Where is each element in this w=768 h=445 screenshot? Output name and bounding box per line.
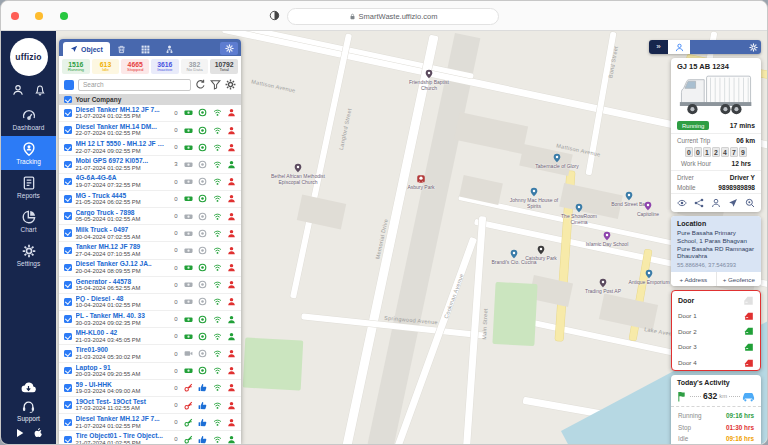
list-item[interactable]: Generator - 4457815-04-2024 06:52:55 AM0	[59, 277, 241, 294]
poi-marker-icon[interactable]	[424, 69, 434, 79]
vehicle-name[interactable]: 4G-6A-4G-6A	[76, 174, 167, 182]
stat-no-data[interactable]: 382No Data	[181, 59, 209, 74]
poi-marker-icon[interactable]	[509, 249, 519, 259]
sidebar-item-reports[interactable]: Reports	[1, 170, 56, 204]
row-checkbox[interactable]	[64, 401, 72, 409]
sidebar-item-settings[interactable]: Settings	[1, 238, 56, 272]
row-checkbox[interactable]	[64, 178, 72, 186]
vehicle-name[interactable]: Generator - 44578	[76, 278, 167, 286]
row-checkbox[interactable]	[64, 161, 72, 169]
vehicle-name[interactable]: MG - Truck 4445	[76, 192, 167, 200]
vehicle-name[interactable]: Cargo Truck - 7898	[76, 209, 167, 217]
window-minimize-button[interactable]	[35, 12, 43, 20]
stat-stopped[interactable]: 4665Stopped	[121, 59, 149, 74]
poi-marker-icon[interactable]	[602, 231, 612, 241]
list-item[interactable]: MG - Truck 444521-05-2024 06:02:55 PM0	[59, 191, 241, 208]
row-checkbox[interactable]	[64, 195, 72, 203]
row-checkbox[interactable]	[64, 315, 72, 323]
list-item[interactable]: Diesel Tanker MH.12 JF 7...21-07-2024 01…	[59, 105, 241, 122]
list-item[interactable]: Diesel Tanker MH.12 JF 7...21-07-2024 01…	[59, 414, 241, 431]
filter-icon[interactable]	[210, 79, 221, 90]
vehicle-name[interactable]: Diesel Tanker GJ.12 JA..	[76, 260, 167, 268]
vehicle-name[interactable]: Tire01-900	[76, 346, 167, 354]
apple-store-icon[interactable]	[33, 428, 43, 438]
vehicle-name[interactable]: Diesel Tanker MH.12 JF 7...	[76, 106, 167, 114]
row-checkbox[interactable]	[64, 367, 72, 375]
list-item[interactable]: Laptop - 9120-03-2024 09:20:55 AM0	[59, 363, 241, 380]
row-checkbox[interactable]	[64, 109, 72, 117]
poi-marker-icon[interactable]	[536, 245, 546, 255]
add-geofence-button[interactable]: + Geofence	[716, 272, 762, 286]
list-item[interactable]: Cargo Truck - 789805-05-2024 01:02:55 AM…	[59, 208, 241, 225]
poi-marker-icon[interactable]	[624, 191, 634, 201]
stat-idle[interactable]: 613Idle	[92, 59, 120, 74]
poi-marker-icon[interactable]	[552, 153, 562, 163]
list-item[interactable]: Milk Truck - 049730-04-2024 07:02:55 AM0	[59, 225, 241, 242]
sidebar-item-chart[interactable]: Chart	[1, 204, 56, 238]
row-checkbox[interactable]	[64, 436, 72, 444]
company-checkbox[interactable]	[64, 96, 72, 104]
google-play-icon[interactable]	[15, 428, 25, 438]
sidebar-item-support[interactable]: Support	[17, 400, 40, 422]
cloud-download-icon[interactable]	[21, 381, 36, 394]
list-item[interactable]: Tire Object01 - Tire Object...21-07-2024…	[59, 431, 241, 444]
notifications-icon[interactable]	[34, 84, 46, 96]
list-item[interactable]: PQ - Diesel - 4810-04-2024 01:02:55 PM0	[59, 294, 241, 311]
row-checkbox[interactable]	[64, 144, 72, 152]
row-checkbox[interactable]	[64, 264, 72, 272]
detail-tab-driver[interactable]	[668, 40, 690, 54]
row-checkbox[interactable]	[64, 247, 72, 255]
select-all-checkbox[interactable]	[64, 80, 74, 90]
vehicle-name[interactable]: Mobi GPS 6972 KI057...	[76, 157, 167, 165]
collapse-panel-button[interactable]: »	[649, 40, 668, 54]
tab-hierarchy[interactable]	[158, 42, 182, 56]
eye-button[interactable]	[677, 198, 687, 208]
station-marker-icon[interactable]	[416, 174, 426, 184]
list-item[interactable]: MH 12 LT 5550 - MH.12 JF 7...22-07-2024 …	[59, 139, 241, 156]
vehicle-name[interactable]: PQ - Diesel - 48	[76, 295, 167, 303]
window-close-button[interactable]	[11, 12, 19, 20]
list-item[interactable]: Mobi GPS 6972 KI057...21-07-2024 01:02:5…	[59, 156, 241, 173]
list-item[interactable]: PL - Tanker MH. 40. 3330-03-2024 09:02:3…	[59, 311, 241, 328]
list-item[interactable]: 19Oct Test- 19Oct Test17-03-2024 11:02:5…	[59, 397, 241, 414]
row-checkbox[interactable]	[64, 298, 72, 306]
tab-trailer[interactable]	[110, 42, 134, 56]
row-checkbox[interactable]	[64, 281, 72, 289]
list-item[interactable]: 59 - UI-HHK19-03-2024 04:09:00 AM0	[59, 380, 241, 397]
user-icon[interactable]	[12, 84, 24, 96]
vehicle-name[interactable]: Tire Object01 - Tire Object...	[76, 432, 167, 440]
poi-marker-icon[interactable]	[529, 187, 539, 197]
list-settings-icon[interactable]	[225, 79, 236, 90]
company-group-row[interactable]: Your Company	[59, 94, 241, 105]
vehicle-name[interactable]: Laptop - 91	[76, 364, 167, 372]
poi-marker-icon[interactable]	[598, 278, 608, 288]
detail-settings-icon[interactable]	[749, 43, 758, 52]
object-settings-button[interactable]	[220, 42, 238, 55]
vehicle-name[interactable]: Tanker MH.12 JF 789	[76, 243, 167, 251]
window-zoom-button[interactable]	[60, 12, 68, 20]
list-item[interactable]: 4G-6A-4G-6A19-07-2024 07:32:55 PM0	[59, 174, 241, 191]
list-item[interactable]: Tire01-90021-03-2024 05:30:02 PM0	[59, 345, 241, 362]
sidebar-item-tracking[interactable]: Tracking	[1, 136, 56, 170]
sidebar-item-dashboard[interactable]: Dashboard	[1, 102, 56, 136]
vehicle-name[interactable]: MH-KL00 - 42	[76, 329, 167, 337]
list-item[interactable]: Tanker MH.12 JF 78927-04-2024 07:10:55 A…	[59, 242, 241, 259]
vehicle-name[interactable]: Diesel Tanker MH.12 JF 7...	[76, 415, 167, 423]
poi-marker-icon[interactable]	[293, 163, 303, 173]
search-input[interactable]	[78, 79, 191, 91]
user-button[interactable]	[711, 198, 721, 208]
vehicle-name[interactable]: 59 - UI-HHK	[76, 381, 167, 389]
tab-object[interactable]: Object	[63, 42, 110, 56]
refresh-icon[interactable]	[195, 79, 206, 90]
row-checkbox[interactable]	[64, 126, 72, 134]
stat-inactive[interactable]: 3616Inactive	[151, 59, 179, 74]
row-checkbox[interactable]	[64, 229, 72, 237]
row-checkbox[interactable]	[64, 212, 72, 220]
poi-marker-icon[interactable]	[574, 203, 584, 213]
share-button[interactable]	[694, 198, 704, 208]
row-checkbox[interactable]	[64, 350, 72, 358]
list-item[interactable]: MH-KL00 - 4221-03-2024 03:45:05 PM0	[59, 328, 241, 345]
vehicle-name[interactable]: Milk Truck - 0497	[76, 226, 167, 234]
row-checkbox[interactable]	[64, 419, 72, 427]
vehicle-name[interactable]: MH 12 LT 5550 - MH.12 JF 7...	[76, 140, 167, 148]
